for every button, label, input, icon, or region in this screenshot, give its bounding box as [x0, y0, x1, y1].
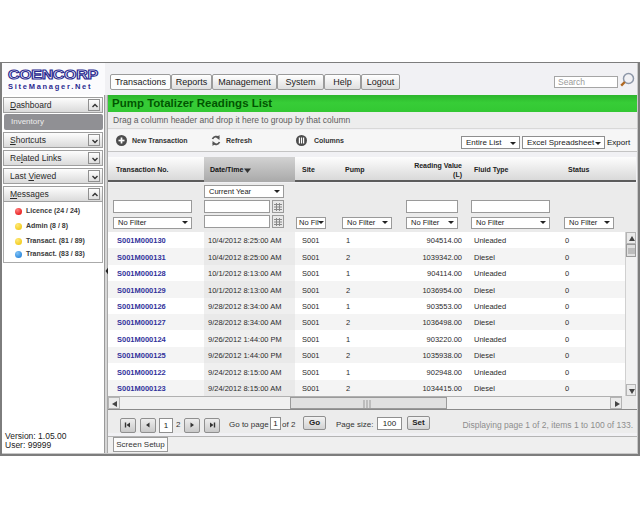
- svg-text:SiteManager.Net: SiteManager.Net: [8, 82, 92, 91]
- svg-text:COENCORP: COENCORP: [8, 68, 99, 82]
